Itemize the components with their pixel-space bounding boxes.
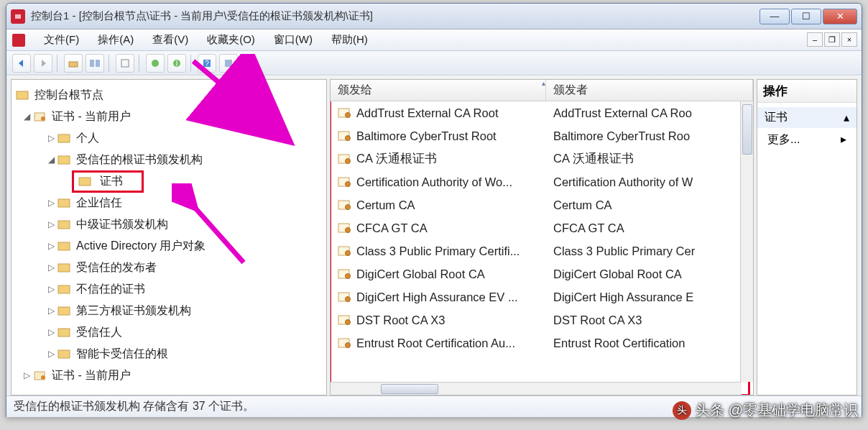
window-buttons: — ☐ ✕ <box>760 9 857 24</box>
tree-root[interactable]: 控制台根节点 <box>13 84 325 106</box>
tree-untrusted[interactable]: ▷ 不信任的证书 <box>13 278 325 300</box>
certificate-icon <box>338 291 352 303</box>
cut-button[interactable] <box>116 54 134 73</box>
list-item[interactable]: Entrust Root Certification Au...Entrust … <box>331 331 753 354</box>
folder-icon <box>57 262 72 273</box>
menu-file[interactable]: 文件(F) <box>41 32 82 48</box>
content-area: 控制台根节点 ◢ 证书 - 当前用户 ▷ 个人 ◢ 受信任的根证书颁发机构 <box>6 76 862 395</box>
cert-issued-to: Baltimore CyberTrust Root <box>356 129 497 143</box>
list-item[interactable]: CA 沃通根证书CA 沃通根证书 <box>331 147 753 170</box>
tree-personal[interactable]: ▷ 个人 <box>13 127 325 149</box>
svg-rect-14 <box>58 134 70 142</box>
folder-icon <box>57 305 72 316</box>
tree-cert-user[interactable]: ◢ 证书 - 当前用户 <box>13 106 325 127</box>
svg-point-40 <box>346 251 351 256</box>
up-button[interactable] <box>64 54 83 73</box>
column-issued-to[interactable]: 颁发给 <box>331 80 546 101</box>
certificate-icon <box>338 337 352 349</box>
svg-point-26 <box>41 375 45 380</box>
svg-rect-11 <box>17 91 28 99</box>
tree-smartcard[interactable]: ▷ 智能卡受信任的根 <box>13 343 325 365</box>
column-issued-by[interactable]: 颁发者 <box>546 80 753 101</box>
svg-rect-24 <box>58 350 70 358</box>
menu-favorites[interactable]: 收藏夹(O) <box>204 32 258 48</box>
expand-icon[interactable]: ▷ <box>45 284 57 294</box>
svg-point-34 <box>346 182 351 187</box>
expand-icon[interactable]: ▷ <box>45 219 57 229</box>
cert-store-icon <box>33 370 47 381</box>
expand-icon[interactable]: ▷ <box>45 133 57 143</box>
expand-icon[interactable]: ▷ <box>45 327 57 337</box>
menu-window[interactable]: 窗口(W) <box>271 32 315 48</box>
list-item[interactable]: CFCA GT CACFCA GT CA <box>331 216 753 239</box>
horizontal-scrollbar[interactable] <box>331 382 742 395</box>
collapse-caret-icon: ▴ <box>844 111 849 124</box>
cert-store-icon <box>33 111 47 122</box>
cert-issued-to: DigiCert High Assurance EV ... <box>356 291 518 304</box>
cert-issued-by: DigiCert Global Root CA <box>553 267 682 280</box>
list-item[interactable]: Certification Authority of Wo...Certific… <box>331 170 753 193</box>
svg-rect-17 <box>58 199 70 207</box>
svg-point-13 <box>41 116 45 121</box>
expand-icon[interactable]: ▷ <box>45 198 57 208</box>
back-button[interactable] <box>12 54 31 73</box>
forward-button[interactable] <box>34 54 52 73</box>
list-item[interactable]: DigiCert Global Root CADigiCert Global R… <box>331 262 753 285</box>
import-button[interactable] <box>167 54 186 73</box>
export-button[interactable] <box>146 54 165 73</box>
expand-icon[interactable]: ▷ <box>45 262 57 273</box>
list-item[interactable]: Class 3 Public Primary Certifi...Class 3… <box>331 239 753 262</box>
folder-icon <box>78 175 93 187</box>
tree-trusted-publishers[interactable]: ▷ 受信任的发布者 <box>13 257 325 278</box>
folder-icon <box>57 326 72 338</box>
tree-enterprise[interactable]: ▷ 企业信任 <box>13 192 325 214</box>
list-item[interactable]: Certum CACertum CA <box>331 193 753 216</box>
action-more[interactable]: 更多...▸ <box>757 128 857 152</box>
list-item[interactable]: AddTrust External CA RootAddTrust Extern… <box>331 101 753 124</box>
tree-cert-user2[interactable]: ▷ 证书 - 当前用户 <box>13 365 325 386</box>
watermark-text: 头条 @零基础学电脑常识 <box>696 401 858 420</box>
tree-intermediate[interactable]: ▷ 中级证书颁发机构 <box>13 214 325 235</box>
help-button[interactable]: ? <box>198 54 216 73</box>
list-body[interactable]: AddTrust External CA RootAddTrust Extern… <box>331 101 753 375</box>
svg-rect-15 <box>58 156 70 164</box>
tree-trusted-people[interactable]: ▷ 受信任人 <box>13 321 325 343</box>
maximize-button[interactable]: ☐ <box>791 9 821 24</box>
list-item[interactable]: DigiCert High Assurance EV ...DigiCert H… <box>331 285 753 308</box>
minimize-button[interactable]: — <box>760 9 790 24</box>
expand-icon[interactable]: ▷ <box>45 241 57 251</box>
tree-third-party[interactable]: ▷ 第三方根证书颁发机构 <box>13 300 325 321</box>
mdi-minimize-button[interactable]: – <box>807 32 823 47</box>
cert-issued-by: DigiCert High Assurance E <box>553 291 693 303</box>
menu-help[interactable]: 帮助(H) <box>328 32 371 48</box>
svg-point-36 <box>346 205 351 210</box>
tree-panel[interactable]: 控制台根节点 ◢ 证书 - 当前用户 ▷ 个人 ◢ 受信任的根证书颁发机构 <box>11 79 327 395</box>
action-group-title[interactable]: 证书▴ <box>757 107 857 128</box>
collapse-icon[interactable]: ◢ <box>20 111 33 122</box>
sort-indicator-icon: ▴ <box>542 79 545 87</box>
folder-icon <box>57 219 72 230</box>
list-item[interactable]: Baltimore CyberTrust RootBaltimore Cyber… <box>331 124 753 147</box>
menu-action[interactable]: 操作(A) <box>95 32 137 48</box>
expand-icon[interactable]: ▷ <box>20 370 33 380</box>
show-hide-button[interactable] <box>86 54 104 73</box>
svg-rect-18 <box>58 221 70 229</box>
svg-rect-21 <box>58 285 70 293</box>
list-item[interactable]: DST Root CA X3DST Root CA X3 <box>331 308 753 331</box>
tree-label: 受信任人 <box>76 325 122 340</box>
properties-button[interactable] <box>219 54 238 73</box>
tree-trusted-root[interactable]: ◢ 受信任的根证书颁发机构 <box>13 149 325 170</box>
vertical-scrollbar[interactable] <box>740 101 753 382</box>
expand-icon[interactable]: ▷ <box>45 349 57 359</box>
svg-rect-22 <box>58 307 70 315</box>
certificate-icon <box>338 130 352 142</box>
expand-icon[interactable]: ▷ <box>45 306 57 316</box>
mdi-restore-button[interactable]: ❐ <box>824 32 840 47</box>
collapse-icon[interactable]: ◢ <box>45 155 57 165</box>
menu-view[interactable]: 查看(V) <box>149 32 191 48</box>
close-button[interactable]: ✕ <box>823 9 857 24</box>
tree-certs-selected[interactable]: 证书 <box>13 170 325 192</box>
tree-label: 控制台根节点 <box>34 88 103 103</box>
tree-ad[interactable]: ▷ Active Directory 用户对象 <box>13 235 325 257</box>
mdi-close-button[interactable]: × <box>841 32 857 47</box>
